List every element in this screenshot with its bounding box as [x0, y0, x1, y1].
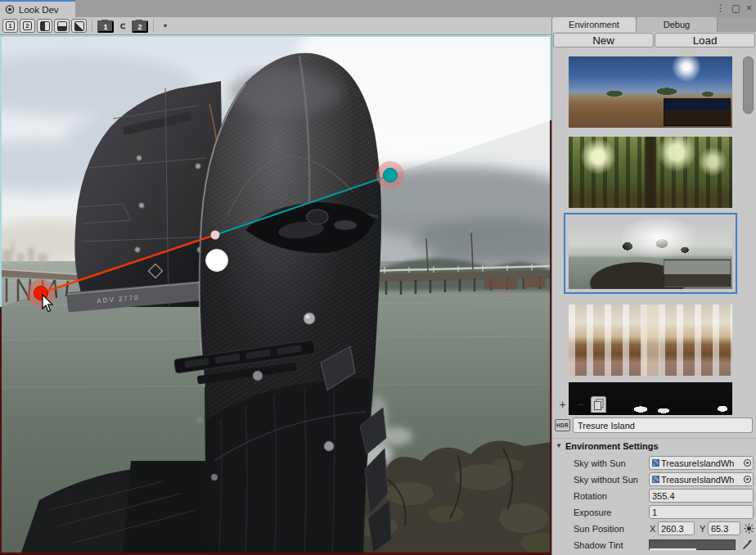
split-horizontal-button[interactable] [54, 19, 70, 33]
camera-options-dropdown[interactable]: ▼ [159, 19, 172, 33]
object-picker-icon[interactable] [743, 458, 752, 467]
rotation-label: Rotation [574, 491, 607, 501]
teal-sun-handle[interactable] [384, 169, 398, 183]
lookdev-viewport[interactable]: ADV 2770 [0, 35, 551, 555]
shadow-tint-label: Shadow Tint [574, 540, 623, 550]
exposure-row: Exposure 1 [552, 504, 756, 521]
tab-debug[interactable]: Debug [637, 17, 718, 32]
eye-icon [4, 5, 16, 14]
environment-panel: Environment Debug New Load + − [551, 17, 756, 555]
viewport-column: 1 2 1 [0, 17, 551, 555]
foldout-triangle-icon: ▼ [556, 442, 562, 449]
sky-without-sun-label: Sky without Sun [574, 475, 638, 485]
hdri-thumbnail-forest[interactable] [569, 137, 732, 208]
panel-actions: New Load [552, 32, 756, 49]
load-button[interactable]: Load [655, 33, 755, 47]
split-diagonal-button[interactable] [71, 19, 87, 33]
add-environment-button[interactable]: + [555, 396, 570, 413]
camera-2-button[interactable]: 2 [132, 20, 148, 33]
library-scrollbar[interactable] [742, 52, 754, 412]
view-1-icon: 1 [6, 21, 15, 30]
hdri-thumbnail-church-interior[interactable] [569, 305, 732, 376]
library-scrollbar-thumb[interactable] [743, 56, 754, 114]
window-menu-icon[interactable]: ⋮ [716, 2, 726, 14]
tab-environment[interactable]: Environment [552, 17, 637, 32]
hdri-library-list: + − [552, 49, 756, 415]
exposure-field[interactable]: 1 [649, 505, 754, 519]
camera-2-icon: 2 [138, 23, 142, 31]
window-tab-strip: Look Dev ⋮ ▢ × [0, 0, 756, 17]
split-vertical-button[interactable] [37, 19, 52, 33]
sky-with-sun-value: TreasureIslandWh [661, 458, 734, 468]
window-controls: ⋮ ▢ × [716, 2, 752, 14]
environment-settings-section: ▼ Environment Settings Sky with Sun Trea… [552, 438, 756, 555]
single-view-1-button[interactable]: 1 [2, 19, 18, 33]
close-icon[interactable]: × [746, 2, 752, 14]
maximize-icon[interactable]: ▢ [731, 2, 740, 14]
tab-look-dev-label: Look Dev [19, 5, 59, 15]
split-vertical-icon [40, 21, 50, 31]
white-marker-dot[interactable] [206, 250, 228, 272]
sun-x-label: X [650, 524, 655, 534]
sun-position-label: Sun Position [574, 524, 624, 534]
camera-1-icon: 1 [104, 23, 108, 31]
view-2-icon: 2 [23, 21, 32, 30]
shadow-tint-row: Shadow Tint [552, 537, 756, 553]
tab-look-dev[interactable]: Look Dev [0, 0, 75, 17]
environment-settings-title: Environment Settings [565, 441, 659, 451]
chevron-down-icon: ▼ [163, 23, 169, 29]
panel-tabs: Environment Debug [552, 17, 756, 32]
rotation-field[interactable]: 355.4 [649, 489, 754, 503]
sun-icon [744, 523, 754, 534]
sky-with-sun-object-field[interactable]: TreasureIslandWh [649, 456, 754, 470]
hdr-badge-icon: HDR [555, 419, 570, 431]
sky-without-sun-value: TreasureIslandWh [661, 475, 734, 485]
sun-position-row: Sun Position X 260.3 Y 65.3 [552, 521, 756, 537]
library-buttons: + − [555, 396, 606, 413]
sky-with-sun-label: Sky with Sun [574, 458, 626, 468]
environment-settings-header[interactable]: ▼ Environment Settings [552, 438, 756, 453]
shadow-tint-color-swatch[interactable] [649, 539, 736, 550]
duplicate-icon [593, 399, 604, 411]
toolbar-separator [92, 20, 92, 32]
new-button[interactable]: New [553, 33, 654, 47]
gizmo-junction-dot[interactable] [211, 231, 220, 240]
environment-name-row: HDR Tresure Island [552, 415, 756, 436]
sun-y-label: Y [700, 524, 705, 534]
sun-x-field[interactable]: 260.3 [658, 521, 695, 535]
sun-position-picker-button[interactable] [742, 521, 755, 535]
hdri-thumbnail-treasure-island-inset [664, 259, 731, 287]
hdri-thumbnail-sunny-field-inset [664, 98, 731, 126]
camera-1-button[interactable]: 1 [97, 20, 114, 33]
hdri-thumbnail-sunny-field[interactable] [569, 56, 732, 128]
sky-with-sun-row: Sky with Sun TreasureIslandWh [552, 455, 756, 472]
rotation-row: Rotation 355.4 [552, 488, 756, 504]
eyedropper-icon [741, 539, 753, 550]
environment-name-field[interactable]: Tresure Island [573, 417, 753, 433]
lookdev-toolbar: 1 2 1 [0, 17, 551, 35]
sky-without-sun-row: Sky without Sun TreasureIslandWh [552, 472, 756, 488]
sky-without-sun-object-field[interactable]: TreasureIslandWh [649, 472, 754, 486]
hdri-thumbnail-treasure-island[interactable] [569, 218, 732, 289]
cubemap-texture-icon [652, 476, 659, 483]
look-dev-window: Look Dev ⋮ ▢ × 1 2 [0, 0, 756, 555]
single-view-2-button[interactable]: 2 [20, 19, 35, 33]
eyedropper-button[interactable] [740, 538, 754, 551]
exposure-label: Exposure [574, 508, 611, 517]
split-horizontal-icon [57, 21, 67, 31]
rendered-scene: ADV 2770 [0, 35, 551, 555]
sun-y-field[interactable]: 65.3 [708, 521, 740, 535]
object-picker-icon[interactable] [743, 475, 752, 484]
split-diagonal-icon [74, 21, 84, 31]
toolbar-separator-2 [153, 20, 154, 32]
cubemap-texture-icon [652, 459, 659, 467]
link-cameras-button[interactable] [115, 19, 130, 33]
duplicate-environment-button[interactable] [591, 396, 606, 413]
link-icon [120, 22, 125, 30]
remove-environment-button[interactable]: − [573, 396, 588, 413]
